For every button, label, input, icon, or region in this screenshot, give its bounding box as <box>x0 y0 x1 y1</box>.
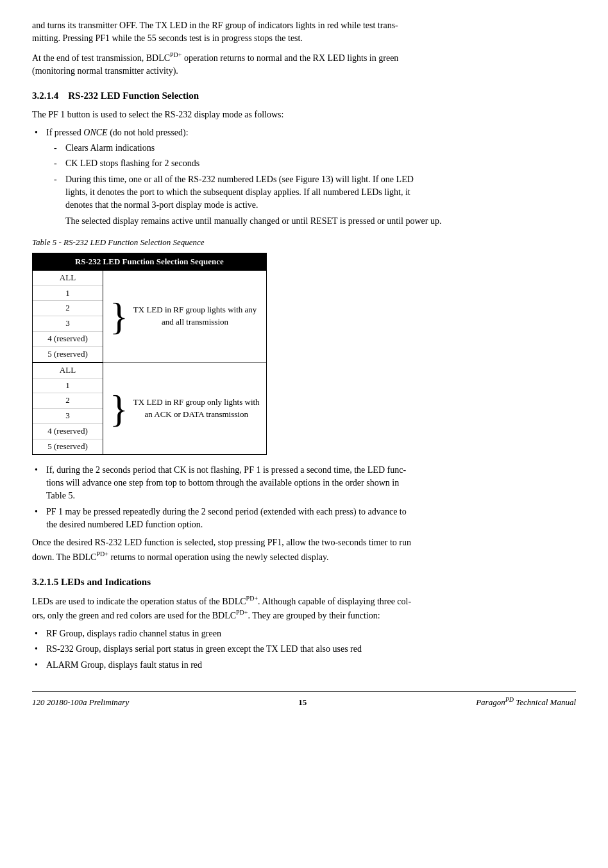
section-3215-para1: LEDs are used to indicate the operation … <box>32 594 576 622</box>
section-3215-heading: 3.2.1.5 LEDs and Indications <box>32 575 576 590</box>
intro-para-2: At the end of test transmission, BDLCPD+… <box>32 51 576 78</box>
table-left-col: ALL 1 2 3 4 (reserved) 5 (reserved) ALL … <box>33 271 103 454</box>
section-3214-heading: 3.2.1.4 RS-232 LED Function Selection <box>32 89 576 103</box>
bdlc-sup-once: PD+ <box>96 550 108 557</box>
left-cell-2-1: 2 <box>33 301 103 316</box>
intro-line4: (monitoring normal transmitter activity)… <box>32 66 178 76</box>
bullet-alarm: ALARM Group, displays fault status in re… <box>32 659 576 672</box>
brace-2: } <box>110 389 128 428</box>
left-cell-3-1: 3 <box>33 316 103 332</box>
table-body: ALL 1 2 3 4 (reserved) 5 (reserved) ALL … <box>33 271 266 454</box>
left-cell-all-1: ALL <box>33 271 103 286</box>
table-caption: Table 5 - RS-232 LED Function Selection … <box>32 237 576 249</box>
intro-line3: At the end of test transmission, BDLC <box>32 53 170 62</box>
footer-right: ParagonPD Technical Manual <box>476 695 576 709</box>
bullet-rf: RF Group, displays radio channel status … <box>32 627 576 640</box>
intro-line3b: operation returns to normal and the RX L… <box>182 53 398 62</box>
page-footer: 120 20180-100a Preliminary 15 ParagonPD … <box>32 691 576 709</box>
footer-sup: PD <box>505 696 514 703</box>
rs232-table: RS-232 LED Function Selection Sequence A… <box>32 253 267 455</box>
intro-line2: mitting. Pressing PF1 while the 55 secon… <box>32 33 303 43</box>
dash-item-1: - Clears Alarm indications <box>46 142 576 155</box>
bdlc-sup-3215b: PD+ <box>236 609 248 616</box>
right-sections: } TX LED in RF group lights with anyand … <box>103 271 266 454</box>
bullet-rs232: RS-232 Group, displays serial port statu… <box>32 643 576 656</box>
bullet-after-2: PF 1 may be pressed repeatedly during th… <box>32 506 576 532</box>
left-cell-5-1: 5 (reserved) <box>33 347 103 362</box>
dash-item-2: - CK LED stops flashing for 2 seconds <box>46 157 576 170</box>
left-cell-1-1: 1 <box>33 286 103 302</box>
bdlc-sup-3215: PD+ <box>246 595 258 602</box>
intro-para-1: and turns its transmitter OFF. The TX LE… <box>32 19 576 46</box>
table-header: RS-232 LED Function Selection Sequence <box>33 253 266 271</box>
brace-1: } <box>110 297 128 336</box>
left-cell-2-2: 2 <box>33 393 103 409</box>
right-label-1: TX LED in RF group lights with anyand al… <box>133 304 257 328</box>
section-3214-bullets: If pressed ONCE (do not hold pressed): -… <box>32 126 576 228</box>
bullets-after-table: If, during the 2 seconds period that CK … <box>32 464 576 531</box>
bullet-after-1: If, during the 2 seconds period that CK … <box>32 464 576 503</box>
bdlc-sup-1: PD+ <box>170 51 182 58</box>
right-label-2: TX LED in RF group only lights withan AC… <box>133 396 260 421</box>
table-right-col: } TX LED in RF group lights with anyand … <box>103 271 266 454</box>
right-section-2: } TX LED in RF group only lights withan … <box>103 362 266 454</box>
sub-list-once: - Clears Alarm indications - CK LED stop… <box>46 142 576 212</box>
left-cell-4-2: 4 (reserved) <box>33 424 103 439</box>
dash-item-3: - During this time, one or all of the RS… <box>46 173 576 212</box>
footer-page-number: 15 <box>298 697 307 709</box>
footer-left: 120 20180-100a Preliminary <box>32 697 129 709</box>
left-cell-1-2: 1 <box>33 379 103 394</box>
intro-line1: and turns its transmitter OFF. The TX LE… <box>32 21 398 30</box>
left-cell-4-1: 4 (reserved) <box>33 332 103 347</box>
section-3214-para1: The PF 1 button is used to select the RS… <box>32 108 576 121</box>
left-cell-5-2: 5 (reserved) <box>33 439 103 454</box>
section-3215-bullets: RF Group, displays radio channel status … <box>32 627 576 672</box>
bullet-once: If pressed ONCE (do not hold pressed): -… <box>32 126 576 228</box>
once-para: Once the desired RS-232 LED function is … <box>32 536 576 563</box>
selected-display-para: The selected display remains active unti… <box>46 215 576 228</box>
right-section-1: } TX LED in RF group lights with anyand … <box>103 271 266 363</box>
left-cell-3-2: 3 <box>33 409 103 424</box>
page-content: and turns its transmitter OFF. The TX LE… <box>32 19 576 709</box>
left-cell-all-2: ALL <box>33 362 103 379</box>
